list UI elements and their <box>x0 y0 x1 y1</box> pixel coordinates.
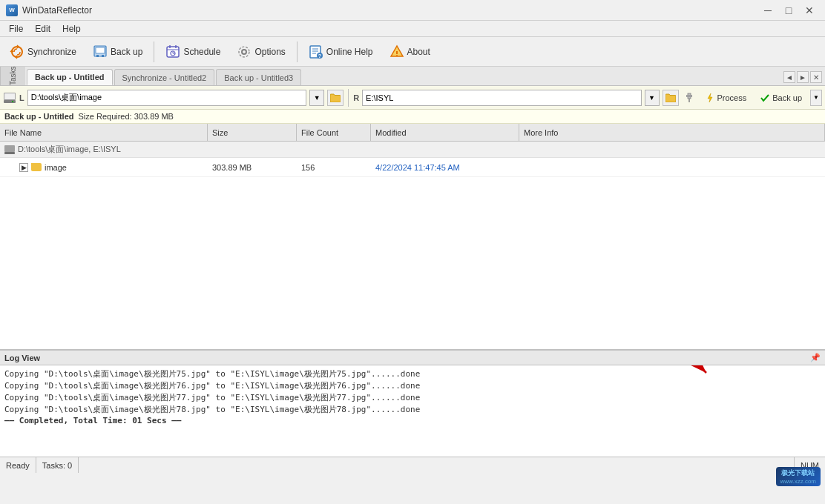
log-header: Log View 📌 <box>0 351 825 365</box>
title-controls: ─ □ ✕ <box>758 3 819 18</box>
left-drive-icon <box>3 91 16 105</box>
col-header-modified[interactable]: Modified <box>371 124 519 141</box>
tab-bar: Tasks Back up - Untitled Synchronize - U… <box>0 67 825 86</box>
right-path-input[interactable] <box>362 90 641 106</box>
svg-rect-24 <box>4 100 16 103</box>
close-button[interactable]: ✕ <box>800 3 819 18</box>
log-line-2: Copying "D:\tools\桌面\image\极光图片76.jpg" t… <box>4 380 821 391</box>
svg-point-12 <box>242 50 246 54</box>
path-backup-label: Back up <box>772 93 802 102</box>
cell-modified: 4/22/2024 11:47:45 AM <box>371 163 519 172</box>
options-button[interactable]: Options <box>230 41 292 63</box>
cell-size: 303.89 MB <box>208 163 297 172</box>
app-icon: W <box>6 4 18 16</box>
svg-rect-2 <box>96 47 105 53</box>
log-line-3: Copying "D:\tools\桌面\image\极光图片77.jpg" t… <box>4 392 821 403</box>
schedule-label: Schedule <box>183 47 220 57</box>
log-content: Copying "D:\tools\桌面\image\极光图片75.jpg" t… <box>0 365 825 457</box>
file-table-header: File Name Size File Count Modified More … <box>0 124 825 142</box>
backup-button[interactable]: Back up <box>86 41 149 63</box>
about-button[interactable]: About <box>383 41 437 63</box>
path-backup-button[interactable]: Back up <box>755 90 807 106</box>
expand-button[interactable]: ▶ <box>19 163 28 172</box>
app-title: WinDataReflector <box>22 5 92 16</box>
about-label: About <box>407 47 430 57</box>
watermark-line1: 极光下载站 <box>780 468 816 478</box>
process-label: Process <box>717 93 747 102</box>
svg-point-0 <box>12 47 22 57</box>
tab-next-button[interactable]: ► <box>797 71 809 83</box>
maximize-button[interactable]: □ <box>779 3 798 18</box>
col-header-moreinfo[interactable]: More Info <box>519 124 825 141</box>
status-bar: Ready Tasks: 0 NUM <box>0 457 825 473</box>
file-table-body: D:\tools\桌面\image, E:\ISYL ▶ image 303.8… <box>0 142 825 349</box>
synchronize-button[interactable]: Synchronize <box>3 41 83 63</box>
title-bar-left: W WinDataReflector <box>6 4 92 16</box>
toolbar: Synchronize Back up S <box>0 37 825 67</box>
svg-rect-3 <box>96 55 99 57</box>
schedule-icon <box>165 44 180 59</box>
tab-backup-untitled3[interactable]: Back up - Untitled3 <box>216 69 301 85</box>
folder-icon <box>31 163 42 171</box>
title-bar: W WinDataReflector ─ □ ✕ <box>0 0 825 21</box>
menu-bar: File Edit Help <box>0 21 825 37</box>
toolbar-sep-2 <box>297 42 298 62</box>
toolbar-sep-1 <box>154 42 154 62</box>
col-header-filecount[interactable]: File Count <box>297 124 371 141</box>
minimize-button[interactable]: ─ <box>758 3 778 18</box>
menu-help[interactable]: Help <box>56 22 87 36</box>
drive-icon <box>4 145 15 154</box>
tab-close-button[interactable]: ✕ <box>810 71 822 83</box>
tab-backup-untitled[interactable]: Back up - Untitled <box>27 69 113 85</box>
info-backup-label: Back up - Untitled <box>4 112 74 121</box>
watermark: 极光下载站 www.xzz.com <box>776 467 821 486</box>
backup-icon <box>93 44 108 59</box>
status-ready: Ready <box>0 457 36 473</box>
cell-filename: ▶ image <box>0 163 208 172</box>
status-tasks: Tasks: 0 <box>36 457 79 473</box>
path-divider <box>348 89 349 107</box>
backup-label: Back up <box>111 47 142 57</box>
cell-filecount: 156 <box>297 163 371 172</box>
tab-synchronize-untitled2[interactable]: Synchronize - Untitled2 <box>114 69 215 85</box>
svg-rect-29 <box>4 145 15 152</box>
process-button[interactable]: Process <box>700 90 752 106</box>
log-section: Log View 📌 Copying "D:\tools\桌面\image\极光… <box>0 349 825 457</box>
checkmark-icon <box>760 93 770 103</box>
path-description-row: D:\tools\桌面\image, E:\ISYL <box>0 142 825 158</box>
online-help-label: Online Help <box>326 47 373 57</box>
svg-point-25 <box>12 101 13 102</box>
lightning-icon <box>705 93 715 103</box>
left-folder-button[interactable] <box>327 90 344 106</box>
log-line-1: Copying "D:\tools\桌面\image\极光图片75.jpg" t… <box>4 368 821 379</box>
col-header-size[interactable]: Size <box>208 124 297 141</box>
right-path-label: R <box>353 93 359 102</box>
menu-edit[interactable]: Edit <box>29 22 56 36</box>
online-help-button[interactable]: ? Online Help <box>302 41 380 63</box>
info-bar: Back up - Untitled Size Required: 303.89… <box>0 110 825 124</box>
right-folder-button[interactable] <box>663 90 679 106</box>
svg-rect-4 <box>102 55 104 57</box>
tab-prev-button[interactable]: ◄ <box>783 71 795 83</box>
tab-nav: ◄ ► ✕ <box>783 71 822 83</box>
svg-text:?: ? <box>318 53 321 59</box>
sync-icon <box>10 44 24 59</box>
col-header-filename[interactable]: File Name <box>0 124 208 141</box>
info-size: Size Required: 303.89 MB <box>79 112 174 121</box>
schedule-button[interactable]: Schedule <box>159 41 227 63</box>
table-row[interactable]: ▶ image 303.89 MB 156 4/22/2024 11:47:45… <box>0 158 825 177</box>
watermark-line2: www.xzz.com <box>780 478 816 485</box>
pin-icon[interactable] <box>682 90 697 105</box>
right-path-dropdown[interactable]: ▼ <box>645 90 660 106</box>
svg-point-21 <box>396 55 398 56</box>
left-path-input[interactable] <box>27 90 306 106</box>
svg-rect-27 <box>686 95 692 97</box>
log-pin-button[interactable]: 📌 <box>810 353 821 362</box>
left-path-dropdown[interactable]: ▼ <box>309 90 324 106</box>
log-line-completed: —— Completed, Total Time: 01 Secs —— <box>4 416 821 425</box>
svg-rect-23 <box>4 93 15 99</box>
about-icon <box>390 44 404 59</box>
more-options-dropdown[interactable]: ▼ <box>810 90 822 106</box>
path-bar: L ▼ R ▼ Process Back up ▼ <box>0 86 825 110</box>
menu-file[interactable]: File <box>3 22 29 36</box>
